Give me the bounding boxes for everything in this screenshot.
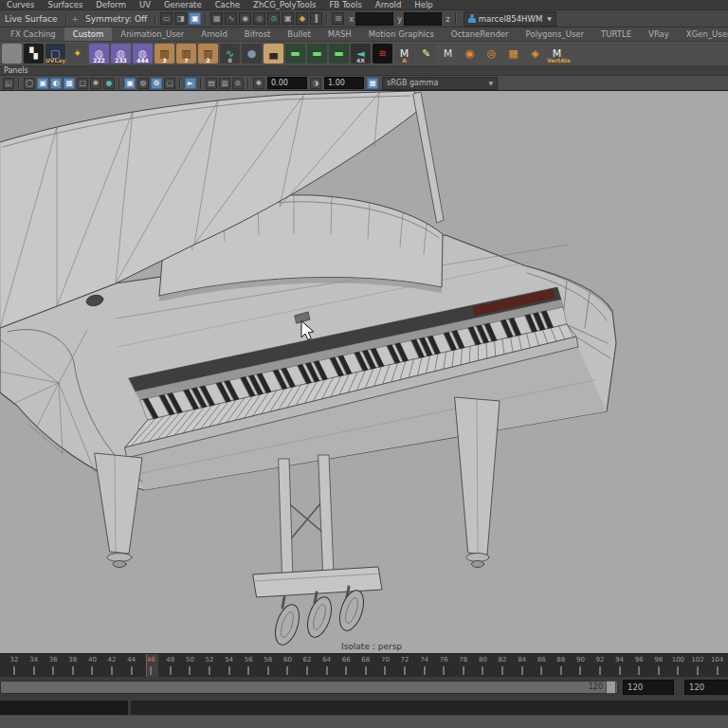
shelf-tab-arnold[interactable]: Arnold [192,27,236,41]
select-by-component-icon[interactable]: ▣ [189,12,201,25]
shelf-icon-piano-model[interactable]: ▄ [264,44,283,64]
shelf-tab-polygons-user[interactable]: Polygons_User [518,27,592,41]
lid-prop-stick[interactable] [413,92,444,223]
shelf-icon-bevel-2[interactable]: ▥2 [198,44,218,64]
snap-to-point-icon[interactable]: ◉ [239,12,251,25]
shelf-icon-green-screen-2[interactable]: ▬ [307,44,327,64]
snap-to-projected-center-icon[interactable]: ◎ [253,12,265,25]
user-account-dropdown[interactable]: marcel854HWM ▼ [464,11,556,27]
view-transform-dropdown[interactable]: sRGB gamma▼ [382,77,498,90]
menu-item-cache[interactable]: Cache [209,0,246,9]
shelf-tab-animation-user[interactable]: Animation_User [112,27,192,41]
shelf-icon-bevel-7[interactable]: ▥7 [176,44,196,64]
command-input-field[interactable] [0,701,131,715]
menu-item-curves[interactable]: Curves [0,0,42,9]
shelf-icon-vertals[interactable]: MVertAls [547,44,567,64]
target-icon[interactable]: ◱ [3,78,14,89]
front-left-leg[interactable] [95,453,142,568]
textured-icon[interactable]: ▩ [64,78,75,89]
select-by-object-icon[interactable]: ◨ [174,12,187,25]
make-live-icon[interactable]: ▣ [282,12,294,25]
shelf-icon-bevel-3[interactable]: ▥3 [155,44,174,64]
perspective-viewport[interactable]: Isolate : persp [0,91,728,653]
no-gate-icon[interactable]: ⊘ [232,78,244,89]
shelf-tab-xgen-user[interactable]: XGen_User [678,27,728,41]
front-right-leg[interactable] [455,397,500,568]
shelf-icon-partial[interactable] [2,44,22,64]
universal-manipulator-icon[interactable]: ⊞ [332,12,344,25]
shelf-tab-fx-caching[interactable]: FX Caching [2,27,64,41]
shelf-tab-bullet[interactable]: Bullet [279,27,319,41]
time-slider[interactable]: 3032343638404244464850525456586062646668… [0,653,728,677]
motion-blur-icon[interactable]: ⚙ [151,78,162,89]
snap-to-grid-icon[interactable]: ▦ [210,12,223,25]
y-coordinate-field[interactable] [404,12,442,26]
camera-lock-icon[interactable]: ◯ [24,78,35,89]
shelf-icon-smooth-222[interactable]: ◍222 [89,44,109,64]
animation-end-field[interactable]: 120 [684,680,728,695]
shading-icon[interactable]: ◐ [50,78,62,89]
piano-wireframe-model[interactable] [0,91,728,653]
shelf-icon-gold-gem[interactable]: ✦ [67,44,87,64]
ao-icon[interactable]: ◍ [137,78,149,89]
shelf-icon-m-letter[interactable]: M [438,44,458,64]
live-surface-button[interactable]: Live Surface [0,14,63,24]
shelf-tab-custom[interactable]: Custom [64,27,113,41]
menu-item-deform[interactable]: Deform [89,0,133,9]
select-by-hierarchy-icon[interactable]: ▭ [160,12,173,25]
range-slider-track[interactable]: 120 [0,681,618,694]
copy-view-icon[interactable]: ▤ [206,78,217,89]
shelf-icon-orange-lens-2[interactable]: ◎ [482,44,501,64]
shadows-icon[interactable]: ▣ [124,78,136,89]
shelf-icon-orange-grid[interactable]: ▦ [503,44,523,64]
menu-item-zhcg-polytools[interactable]: ZhCG_PolyTools [246,0,322,9]
snap-to-curve-icon[interactable]: ∿ [225,12,237,25]
gamma-field[interactable]: 1.00 [324,77,364,89]
shelf-icon-letter-ma[interactable]: MA [394,44,414,64]
shelf-tab-turtle[interactable]: TURTLE [592,27,640,41]
paste-view-icon[interactable]: ▥ [219,78,230,89]
x-coordinate-field[interactable] [355,12,393,26]
shelf-tab-motion-graphics[interactable]: Motion Graphics [360,27,443,41]
wireframe-icon[interactable]: ▢ [77,78,88,89]
menu-item-help[interactable]: Help [408,0,439,9]
range-slider-handle[interactable] [606,681,616,694]
gamma-icon[interactable]: ◑ [310,78,321,89]
input-connections-icon[interactable]: ◆ [296,12,308,25]
plus-icon[interactable]: + [70,14,82,24]
shelf-icon-smooth-233[interactable]: ◍233 [111,44,131,64]
used-lights-icon[interactable]: ● [103,78,115,89]
shelf-icon-sphere[interactable]: ● [242,44,262,64]
shelf-icon-orange-diamond[interactable]: ◈ [525,44,545,64]
isolate-select-icon[interactable]: ► [185,78,196,89]
shelf-tab-vray[interactable]: VRay [640,27,678,41]
shelf-icon-green-screen-1[interactable]: ▬ [285,44,305,64]
symmetry-dropdown[interactable]: Symmetry: Off [81,14,152,24]
shelf-icon-green-screen-3[interactable]: ▬ [329,44,349,64]
panels-menu[interactable]: Panels [0,66,28,75]
aa-disabled-icon[interactable]: ▢ [164,78,175,89]
pause-icon[interactable]: ‖ [310,12,322,25]
menu-item-uv[interactable]: UV [133,0,157,9]
menu-item-generate[interactable]: Generate [157,0,209,9]
view-transform-icon[interactable]: ▦ [367,78,378,89]
menu-item-fb-tools[interactable]: FB Tools [322,0,368,9]
shelf-icon-paint-red[interactable]: ≋ [373,44,392,64]
shelf-icon-pencil-light[interactable]: ✎ [416,44,436,64]
shelf-icon-curve-tool[interactable]: ∿0 [220,44,240,64]
default-lighting-icon[interactable]: ✱ [90,78,101,89]
shelf-tab-mash[interactable]: MASH [319,27,360,41]
shelf-icon-smooth-444[interactable]: ◍444 [133,44,153,64]
menu-item-surfaces[interactable]: Surfaces [42,0,90,9]
shelf-tab-octanerender[interactable]: OctaneRender [443,27,518,41]
menu-item-arnold[interactable]: Arnold [369,0,409,9]
shelf-icon-orange-lens-1[interactable]: ◉ [460,44,480,64]
exposure-field[interactable]: 0.00 [267,77,307,89]
shelf-icon-playblast-4x[interactable]: ◄4X [351,44,371,64]
playback-end-field[interactable]: 120 [623,680,674,695]
shelf-icon-uv-layout[interactable]: ▢UVLay [46,44,65,64]
pedal-lyre[interactable] [253,455,382,647]
exposure-icon[interactable]: ✱ [253,78,264,89]
snap-to-view-plane-icon[interactable]: ⊙ [267,12,280,25]
shelf-icon-checker[interactable]: ▚ [24,44,44,64]
